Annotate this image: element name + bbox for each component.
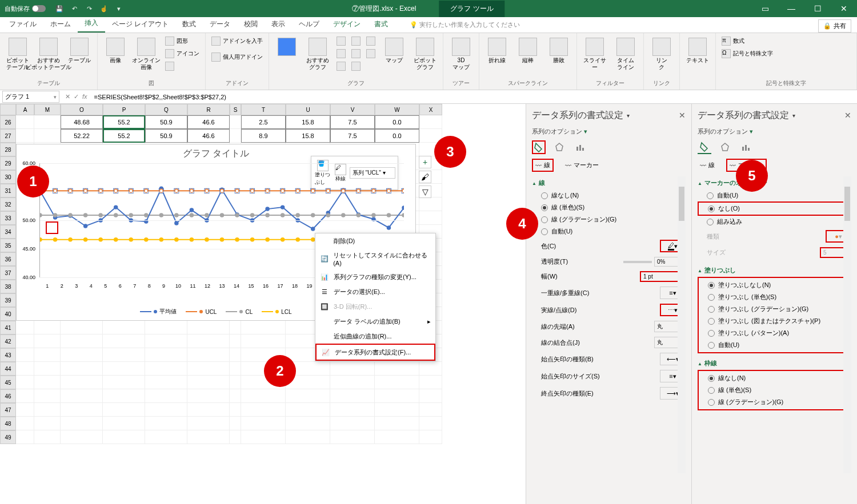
tab-pagelayout[interactable]: ページ レイアウト xyxy=(105,16,175,33)
cell[interactable] xyxy=(375,362,419,376)
cell[interactable] xyxy=(103,403,145,417)
ribbon-display-icon[interactable]: ▭ xyxy=(752,0,778,17)
3dmap-button[interactable]: 3D マップ xyxy=(447,35,475,73)
cell[interactable] xyxy=(419,417,442,430)
map-button[interactable]: マップ xyxy=(380,35,409,66)
tab-review[interactable]: 校閲 xyxy=(237,16,265,33)
cell[interactable] xyxy=(241,334,286,348)
cell[interactable] xyxy=(145,403,187,417)
chart-elements-button[interactable]: + xyxy=(419,156,431,168)
cell[interactable] xyxy=(103,362,145,376)
row-header[interactable]: 27 xyxy=(0,129,16,143)
save-icon[interactable]: 💾 xyxy=(55,4,64,13)
marker-none-radio[interactable]: なし(O) xyxy=(698,201,851,216)
cell[interactable] xyxy=(34,321,61,334)
fx-icon[interactable]: fx xyxy=(82,93,87,100)
pivotchart-button[interactable]: ピボットグラフ xyxy=(411,35,439,73)
series-options-tab-icon[interactable] xyxy=(573,140,587,154)
column-header[interactable]: S xyxy=(230,104,241,115)
cell[interactable] xyxy=(34,348,61,362)
cell[interactable] xyxy=(230,362,241,376)
row-header[interactable]: 37 xyxy=(0,266,16,280)
border-solid-radio[interactable]: 線 (単色)(S) xyxy=(699,384,850,396)
table-button[interactable]: テーブル xyxy=(65,35,94,66)
cell[interactable] xyxy=(61,376,103,389)
icons-button[interactable]: アイコン xyxy=(163,48,202,59)
chart-stock-button[interactable] xyxy=(334,61,348,72)
close-button[interactable]: ✕ xyxy=(831,0,857,17)
cell[interactable] xyxy=(375,376,419,389)
cell[interactable] xyxy=(16,417,34,430)
minimize-button[interactable]: — xyxy=(778,0,804,17)
row-header[interactable]: 34 xyxy=(0,225,16,239)
effects-tab-icon-2[interactable] xyxy=(718,140,732,154)
pane-close-button[interactable]: ✕ xyxy=(679,111,686,120)
cell[interactable]: 15.8 xyxy=(286,129,330,143)
cell[interactable] xyxy=(330,376,375,389)
row-header[interactable]: 30 xyxy=(0,170,16,184)
touch-icon[interactable]: ☝ xyxy=(99,4,109,13)
column-header[interactable]: P xyxy=(103,104,145,115)
share-button[interactable]: 🔒 共有 xyxy=(818,19,851,33)
cell[interactable] xyxy=(34,403,61,417)
tab-data[interactable]: データ xyxy=(203,16,237,33)
cell[interactable] xyxy=(103,417,145,430)
cancel-formula-icon[interactable]: ✕ xyxy=(65,93,70,100)
row-header[interactable]: 26 xyxy=(0,115,16,129)
cell[interactable] xyxy=(230,417,241,430)
row-header[interactable]: 42 xyxy=(0,334,16,348)
ctx-change-type[interactable]: 📊系列グラフの種類の変更(Y)... xyxy=(315,269,435,284)
cell[interactable] xyxy=(145,348,187,362)
cell[interactable] xyxy=(34,389,61,403)
cell[interactable] xyxy=(375,430,419,444)
tab-help[interactable]: ヘルプ xyxy=(292,16,326,33)
cell[interactable] xyxy=(230,348,241,362)
line-tab-2[interactable]: 〰 線 xyxy=(698,159,717,172)
column-header[interactable]: O xyxy=(61,104,103,115)
cell[interactable] xyxy=(419,115,442,129)
border-none-radio[interactable]: 線なし(N) xyxy=(699,372,850,384)
maximize-button[interactable]: ☐ xyxy=(804,0,831,17)
cell[interactable] xyxy=(230,430,241,444)
row-header[interactable]: 36 xyxy=(0,252,16,266)
cell[interactable] xyxy=(16,348,34,362)
cell[interactable] xyxy=(230,129,241,143)
ctx-select-data[interactable]: ☰データの選択(E)... xyxy=(315,284,435,299)
sparkline-line-button[interactable]: 折れ線 xyxy=(483,35,511,66)
cell[interactable] xyxy=(241,417,286,430)
row-header[interactable]: 41 xyxy=(0,321,16,334)
fill-grad-radio[interactable]: 塗りつぶし (グラデーション)(G) xyxy=(699,303,850,315)
cell[interactable] xyxy=(103,321,145,334)
tab-formulas[interactable]: 数式 xyxy=(175,16,203,33)
timeline-button[interactable]: タイム ライン xyxy=(611,35,640,73)
slicer-button[interactable]: スライサー xyxy=(580,35,609,73)
tab-file[interactable]: ファイル xyxy=(2,16,43,33)
cell[interactable] xyxy=(286,403,330,417)
cell[interactable] xyxy=(103,334,145,348)
row-header[interactable]: 28 xyxy=(0,143,16,156)
fill-pattern-radio[interactable]: 塗りつぶし (パターン)(A) xyxy=(699,327,850,339)
redo-icon[interactable]: ↷ xyxy=(85,4,94,13)
cell[interactable] xyxy=(61,362,103,376)
line-auto-radio[interactable]: 自動(U) xyxy=(532,225,686,237)
link-button[interactable]: リン ク xyxy=(647,35,676,73)
cell[interactable] xyxy=(187,348,230,362)
cell[interactable]: 0.0 xyxy=(375,129,419,143)
cell[interactable] xyxy=(61,334,103,348)
column-header[interactable]: U xyxy=(286,104,330,115)
symbol-button[interactable]: Ω記号と特殊文字 xyxy=(719,48,775,59)
chart-object[interactable]: グラフ タイトル 🪣塗りつ ぶし 🖊枠線 系列 "UCL" ▾ 60.0055.… xyxy=(16,144,416,321)
cell[interactable] xyxy=(61,348,103,362)
addin-my-button[interactable]: 個人用アドイン xyxy=(209,51,265,63)
tell-me-input[interactable]: 💡 実行したい作業を入力してください xyxy=(406,17,523,33)
marker-opts-title[interactable]: マーカーのオプション xyxy=(698,176,851,189)
cell[interactable] xyxy=(145,430,187,444)
tab-format[interactable]: 書式 xyxy=(367,16,395,33)
cell[interactable] xyxy=(187,417,230,430)
cell[interactable] xyxy=(187,376,230,389)
column-header[interactable]: V xyxy=(330,104,375,115)
cell[interactable] xyxy=(61,321,103,334)
cell[interactable] xyxy=(16,362,34,376)
cell[interactable]: 7.5 xyxy=(330,115,375,129)
column-header[interactable]: Q xyxy=(145,104,187,115)
